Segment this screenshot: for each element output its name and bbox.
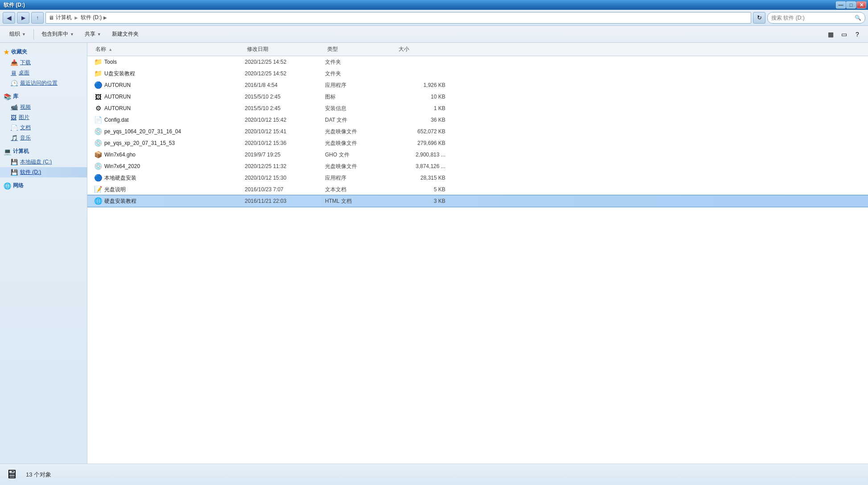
software-d-label: 软件 (D:) <box>20 169 41 176</box>
back-button[interactable]: ◀ <box>3 12 15 24</box>
file-type-2: 应用程序 <box>325 82 396 89</box>
maximize-button[interactable]: □ <box>846 1 856 8</box>
file-name-11: 光盘说明 <box>104 186 245 193</box>
sort-arrow-name: ▲ <box>108 47 112 52</box>
sidebar-item-pictures[interactable]: 🖼 图片 <box>0 112 87 123</box>
table-row[interactable]: 📁 U盘安装教程 2020/12/25 14:52 文件夹 <box>87 68 868 79</box>
file-size-4: 1 KB <box>396 105 450 111</box>
table-row[interactable]: 💿 Win7x64_2020 2020/12/25 11:32 光盘映像文件 3… <box>87 160 868 172</box>
computer-label: 计算机 <box>13 148 29 155</box>
table-row[interactable]: 📁 Tools 2020/12/25 14:52 文件夹 <box>87 56 868 68</box>
refresh-button[interactable]: ↻ <box>753 12 765 24</box>
share-label: 共享 <box>85 30 95 38</box>
sidebar-header-network[interactable]: 🌐 网络 <box>0 180 87 191</box>
sidebar-header-favorites[interactable]: ★ 收藏夹 <box>0 46 87 58</box>
sidebar-header-library[interactable]: 📚 库 <box>0 91 87 102</box>
sidebar-item-local-c[interactable]: 💾 本地磁盘 (C:) <box>0 157 87 167</box>
table-row[interactable]: 💿 pe_yqs_xp_20_07_31_15_53 2020/10/12 15… <box>87 137 868 149</box>
file-date-12: 2016/11/21 22:03 <box>245 198 325 204</box>
file-date-1: 2020/12/25 14:52 <box>245 70 325 77</box>
organize-button[interactable]: 组织 ▼ <box>4 28 31 41</box>
table-row[interactable]: 📄 Config.dat 2020/10/12 15:42 DAT 文件 36 … <box>87 114 868 126</box>
table-row[interactable]: ⚙ AUTORUN 2015/5/10 2:45 安装信息 1 KB <box>87 103 868 114</box>
sidebar-item-music[interactable]: 🎵 音乐 <box>0 133 87 143</box>
file-size-11: 5 KB <box>396 186 450 193</box>
local-c-label: 本地磁盘 (C:) <box>20 158 52 166</box>
file-size-5: 36 KB <box>396 117 450 123</box>
window-titlebar: 软件 (D:) — □ ✕ <box>0 0 868 10</box>
organize-label: 组织 <box>9 30 20 38</box>
file-type-12: HTML 文档 <box>325 197 396 205</box>
recent-icon: 🕒 <box>11 80 18 86</box>
sidebar-item-downloads[interactable]: 📥 下载 <box>0 58 87 68</box>
network-label: 网络 <box>13 182 24 189</box>
file-type-7: 光盘映像文件 <box>325 140 396 147</box>
new-folder-button[interactable]: 新建文件夹 <box>107 28 144 41</box>
table-row[interactable]: 💿 pe_yqs_1064_20_07_31_16_04 2020/10/12 … <box>87 126 868 137</box>
sidebar-header-computer[interactable]: 💻 计算机 <box>0 146 87 157</box>
col-header-name[interactable]: 名称 ▲ <box>94 45 245 54</box>
file-date-0: 2020/12/25 14:52 <box>245 59 325 65</box>
sidebar-section-computer: 💻 计算机 💾 本地磁盘 (C:) 💾 软件 (D:) <box>0 146 87 177</box>
file-name-8: Win7x64.gho <box>104 152 245 158</box>
videos-icon: 📹 <box>11 104 18 111</box>
file-name-2: AUTORUN <box>104 82 245 88</box>
col-header-date[interactable]: 修改日期 <box>245 45 325 54</box>
file-icon-9: 💿 <box>94 162 103 171</box>
minimize-button[interactable]: — <box>836 1 846 8</box>
sidebar-item-software-d[interactable]: 💾 软件 (D:) <box>0 167 87 177</box>
toolbar: 组织 ▼ 包含到库中 ▼ 共享 ▼ 新建文件夹 ▦ ▭ ? <box>0 26 868 43</box>
file-date-3: 2015/5/10 2:45 <box>245 94 325 100</box>
desktop-label: 桌面 <box>19 69 29 77</box>
include-library-button[interactable]: 包含到库中 ▼ <box>37 28 79 41</box>
new-folder-label: 新建文件夹 <box>112 30 139 38</box>
sidebar-item-desktop[interactable]: 🖥 桌面 <box>0 68 87 78</box>
file-icon-10: 🔵 <box>94 173 103 182</box>
col-header-type[interactable]: 类型 <box>325 45 397 54</box>
file-date-7: 2020/10/12 15:36 <box>245 140 325 146</box>
desktop-icon: 🖥 <box>11 70 16 76</box>
up-button[interactable]: ↑ <box>31 12 44 24</box>
share-button[interactable]: 共享 ▼ <box>80 28 106 41</box>
help-button[interactable]: ? <box>851 29 864 40</box>
file-type-8: GHO 文件 <box>325 151 396 159</box>
search-box[interactable]: 🔍 <box>767 12 865 24</box>
table-row[interactable]: 🌐 硬盘安装教程 2016/11/21 22:03 HTML 文档 3 KB <box>87 195 868 207</box>
file-size-6: 652,072 KB <box>396 128 450 135</box>
table-row[interactable]: 🖼 AUTORUN 2015/5/10 2:45 图标 10 KB <box>87 91 868 103</box>
file-icon-12: 🌐 <box>94 197 103 206</box>
file-type-1: 文件夹 <box>325 70 396 78</box>
file-type-3: 图标 <box>325 93 396 101</box>
table-row[interactable]: 📝 光盘说明 2016/10/23 7:07 文本文档 5 KB <box>87 184 868 195</box>
preview-button[interactable]: ▭ <box>838 29 850 40</box>
network-icon: 🌐 <box>4 182 11 189</box>
file-type-10: 应用程序 <box>325 174 396 182</box>
file-date-11: 2016/10/23 7:07 <box>245 186 325 193</box>
file-date-9: 2020/12/25 11:32 <box>245 163 325 169</box>
table-row[interactable]: 🔵 本地硬盘安装 2020/10/12 15:30 应用程序 28,315 KB <box>87 172 868 184</box>
close-button[interactable]: ✕ <box>856 1 866 8</box>
sidebar-section-network: 🌐 网络 <box>0 180 87 191</box>
file-size-2: 1,926 KB <box>396 82 450 88</box>
computer-icon: 💻 <box>4 148 11 155</box>
file-type-0: 文件夹 <box>325 58 396 66</box>
path-separator-1: ► <box>74 15 79 21</box>
sidebar-item-documents[interactable]: 📄 文档 <box>0 123 87 133</box>
file-type-4: 安装信息 <box>325 105 396 112</box>
file-name-4: AUTORUN <box>104 105 245 111</box>
table-row[interactable]: 📦 Win7x64.gho 2019/9/7 19:25 GHO 文件 2,90… <box>87 149 868 160</box>
col-header-size[interactable]: 大小 <box>397 45 450 54</box>
file-name-5: Config.dat <box>104 117 245 123</box>
search-input[interactable] <box>771 15 853 21</box>
forward-button[interactable]: ▶ <box>17 12 29 24</box>
file-icon-7: 💿 <box>94 139 103 148</box>
sidebar-item-recent[interactable]: 🕒 最近访问的位置 <box>0 78 87 88</box>
favorites-label: 收藏夹 <box>11 48 27 56</box>
file-icon-6: 💿 <box>94 127 103 136</box>
views-button[interactable]: ▦ <box>824 29 837 40</box>
table-row[interactable]: 🔵 AUTORUN 2016/1/8 4:54 应用程序 1,926 KB <box>87 79 868 91</box>
pictures-icon: 🖼 <box>11 114 16 121</box>
sidebar-item-videos[interactable]: 📹 视频 <box>0 102 87 112</box>
file-type-9: 光盘映像文件 <box>325 163 396 170</box>
address-path[interactable]: 🖥 计算机 ► 软件 (D:) ▶ <box>45 12 751 24</box>
